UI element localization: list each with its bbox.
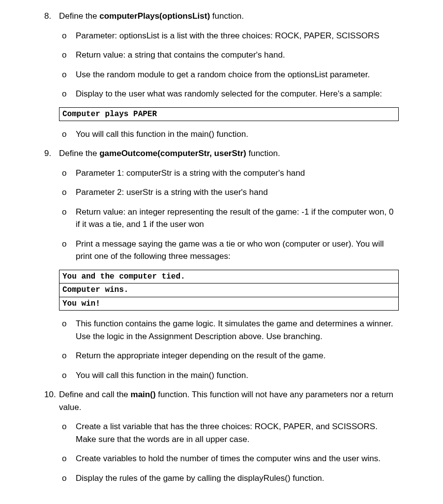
sub-text: You will call this function in the main(… (76, 129, 248, 139)
list-item-8: Define the computerPlays(optionsList) fu… (44, 10, 399, 140)
sub-item: This function contains the game logic. I… (59, 317, 399, 343)
instruction-list: Define the computerPlays(optionsList) fu… (44, 10, 399, 484)
sub-text: Return value: an integer representing th… (76, 207, 393, 229)
sub-item: You will call this function in the main(… (59, 128, 399, 141)
list-item-10: Define and call the main() function. Thi… (44, 388, 399, 484)
list-item-9: Define the gameOutcome(computerStr, user… (44, 147, 399, 381)
code-line: You win! (59, 297, 398, 310)
sub-item: Return value: an integer representing th… (59, 206, 399, 231)
sub-text: Use the random module to get a random ch… (76, 70, 370, 79)
sub-item: Return the appropriate integer depending… (59, 349, 399, 362)
sub-item: Display the rules of the game by calling… (59, 472, 399, 485)
sub-text: Display to the user what was randomly se… (76, 89, 382, 98)
sub-text: This function contains the game logic. I… (76, 319, 393, 341)
code-line: Computer wins. (59, 284, 398, 297)
intro-text: Define and call the (59, 390, 131, 399)
sub-text: Return the appropriate integer depending… (76, 351, 325, 360)
intro-bold: gameOutcome(computerStr, userStr) (99, 149, 246, 158)
code-line: You and the computer tied. (59, 270, 398, 284)
sub-text: Create a list variable that has the thre… (76, 422, 378, 444)
intro-text-post: function. (210, 11, 244, 21)
sub-text: You will call this function in the main(… (76, 371, 248, 380)
sub-list: This function contains the game logic. I… (59, 317, 399, 381)
sub-item: Parameter 2: userStr is a string with th… (59, 186, 399, 199)
sub-item: Parameter: optionsList is a list with th… (59, 30, 399, 42)
sub-item: Display to the user what was randomly se… (59, 88, 399, 100)
sub-item: Parameter 1: computerStr is a string wit… (59, 167, 399, 180)
sub-item: You will call this function in the main(… (59, 369, 399, 382)
sub-text: Create variables to hold the number of t… (76, 454, 381, 463)
sub-list: Create a list variable that has the thre… (59, 420, 399, 484)
sub-text: Parameter 2: userStr is a string with th… (76, 188, 268, 197)
sub-item: Return value: a string that contains the… (59, 49, 399, 62)
sub-list: You will call this function in the main(… (59, 128, 399, 141)
code-sample-box-multi: You and the computer tied. Computer wins… (59, 270, 399, 311)
intro-text: Define the (59, 149, 99, 158)
intro-text: Define the (59, 11, 99, 21)
code-sample-box: Computer plays PAPER (59, 107, 399, 121)
sub-text: Display the rules of the game by calling… (76, 473, 325, 483)
sub-item: Use the random module to get a random ch… (59, 68, 399, 81)
sub-text: Parameter 1: computerStr is a string wit… (76, 168, 305, 178)
sub-text: Parameter: optionsList is a list with th… (76, 31, 380, 40)
sub-list: Parameter: optionsList is a list with th… (59, 30, 399, 100)
intro-text-post: function. (246, 149, 280, 158)
sub-item: Create variables to hold the number of t… (59, 452, 399, 465)
sub-text: Print a message saying the game was a ti… (76, 239, 384, 261)
sub-item: Create a list variable that has the thre… (59, 420, 399, 445)
sub-item: Print a message saying the game was a ti… (59, 238, 399, 263)
intro-bold: computerPlays(optionsList) (99, 11, 210, 21)
intro-bold: main() (131, 390, 156, 399)
sub-text: Return value: a string that contains the… (76, 50, 285, 60)
sub-list: Parameter 1: computerStr is a string wit… (59, 167, 399, 263)
